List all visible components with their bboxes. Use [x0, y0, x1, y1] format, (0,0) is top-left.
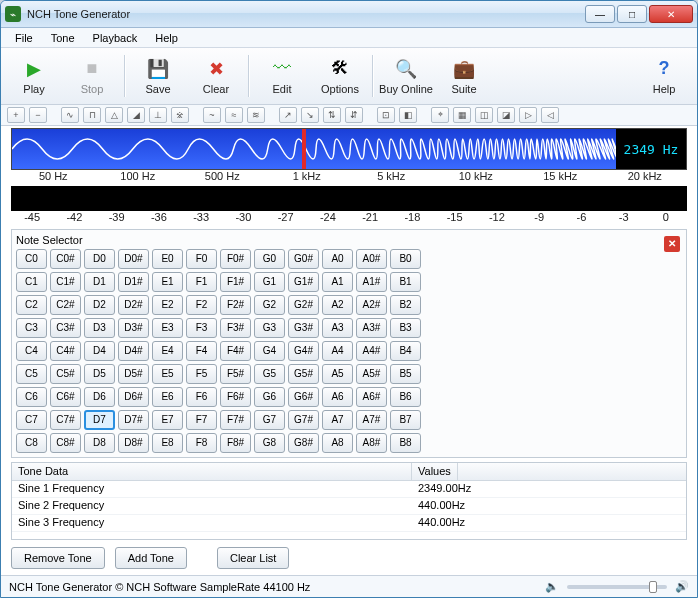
note-a2[interactable]: A2	[322, 295, 353, 315]
suite-button[interactable]: 💼Suite	[435, 50, 493, 102]
sub-remove-button[interactable]: −	[29, 107, 47, 123]
note-a1[interactable]: A1	[322, 272, 353, 292]
note-b3[interactable]: B3	[390, 318, 421, 338]
note-b2[interactable]: B2	[390, 295, 421, 315]
play-button[interactable]: ▶Play	[5, 50, 63, 102]
note-b5[interactable]: B5	[390, 364, 421, 384]
note-a6sharp[interactable]: A6#	[356, 387, 387, 407]
col-values[interactable]: Values	[412, 463, 458, 480]
note-b0[interactable]: B0	[390, 249, 421, 269]
wave-saw-button[interactable]: ◢	[127, 107, 145, 123]
note-e8[interactable]: E8	[152, 433, 183, 453]
note-a8sharp[interactable]: A8#	[356, 433, 387, 453]
note-a8[interactable]: A8	[322, 433, 353, 453]
note-g5sharp[interactable]: G5#	[288, 364, 319, 384]
volume-down-icon[interactable]: 🔈	[545, 580, 559, 593]
filter-2-button[interactable]: ≈	[225, 107, 243, 123]
note-d6sharp[interactable]: D6#	[118, 387, 149, 407]
note-d4sharp[interactable]: D4#	[118, 341, 149, 361]
note-d0[interactable]: D0	[84, 249, 115, 269]
tool-5-button[interactable]: ◫	[475, 107, 493, 123]
sweep-4-button[interactable]: ⇵	[345, 107, 363, 123]
buy-online-button[interactable]: 🔍Buy Online	[377, 50, 435, 102]
menu-playback[interactable]: Playback	[85, 30, 146, 46]
note-e5[interactable]: E5	[152, 364, 183, 384]
note-f8[interactable]: F8	[186, 433, 217, 453]
note-c7sharp[interactable]: C7#	[50, 410, 81, 430]
note-e2[interactable]: E2	[152, 295, 183, 315]
remove-tone-button[interactable]: Remove Tone	[11, 547, 105, 569]
note-c1sharp[interactable]: C1#	[50, 272, 81, 292]
maximize-button[interactable]: □	[617, 5, 647, 23]
menu-tone[interactable]: Tone	[43, 30, 83, 46]
note-a5[interactable]: A5	[322, 364, 353, 384]
note-c6[interactable]: C6	[16, 387, 47, 407]
note-c0[interactable]: C0	[16, 249, 47, 269]
note-a5sharp[interactable]: A5#	[356, 364, 387, 384]
note-e4[interactable]: E4	[152, 341, 183, 361]
wave-impulse-button[interactable]: ⊥	[149, 107, 167, 123]
tool-7-button[interactable]: ▷	[519, 107, 537, 123]
note-d3sharp[interactable]: D3#	[118, 318, 149, 338]
note-c7[interactable]: C7	[16, 410, 47, 430]
wave-tri-button[interactable]: △	[105, 107, 123, 123]
note-d2[interactable]: D2	[84, 295, 115, 315]
add-tone-button[interactable]: Add Tone	[115, 547, 187, 569]
tool-2-button[interactable]: ◧	[399, 107, 417, 123]
note-b4[interactable]: B4	[390, 341, 421, 361]
volume-thumb[interactable]	[649, 581, 657, 593]
note-d1[interactable]: D1	[84, 272, 115, 292]
note-g4sharp[interactable]: G4#	[288, 341, 319, 361]
note-c6sharp[interactable]: C6#	[50, 387, 81, 407]
note-a3sharp[interactable]: A3#	[356, 318, 387, 338]
note-g2[interactable]: G2	[254, 295, 285, 315]
note-f3[interactable]: F3	[186, 318, 217, 338]
note-f5sharp[interactable]: F5#	[220, 364, 251, 384]
note-d5sharp[interactable]: D5#	[118, 364, 149, 384]
note-g1sharp[interactable]: G1#	[288, 272, 319, 292]
edit-button[interactable]: 〰Edit	[253, 50, 311, 102]
stop-button[interactable]: ■Stop	[63, 50, 121, 102]
options-button[interactable]: 🛠Options	[311, 50, 369, 102]
note-c5sharp[interactable]: C5#	[50, 364, 81, 384]
wave-square-button[interactable]: ⊓	[83, 107, 101, 123]
help-button[interactable]: ?Help	[635, 50, 693, 102]
titlebar[interactable]: ⌁ NCH Tone Generator — □ ✕	[1, 1, 697, 28]
note-c2sharp[interactable]: C2#	[50, 295, 81, 315]
note-selector-close-button[interactable]: ✕	[664, 236, 680, 252]
note-b6[interactable]: B6	[390, 387, 421, 407]
note-b7[interactable]: B7	[390, 410, 421, 430]
filter-1-button[interactable]: ~	[203, 107, 221, 123]
tool-8-button[interactable]: ◁	[541, 107, 559, 123]
note-d1sharp[interactable]: D1#	[118, 272, 149, 292]
note-c3[interactable]: C3	[16, 318, 47, 338]
note-e7[interactable]: E7	[152, 410, 183, 430]
note-d8sharp[interactable]: D8#	[118, 433, 149, 453]
note-f1[interactable]: F1	[186, 272, 217, 292]
note-g3[interactable]: G3	[254, 318, 285, 338]
frequency-marker[interactable]	[302, 129, 306, 169]
save-button[interactable]: 💾Save	[129, 50, 187, 102]
note-c8sharp[interactable]: C8#	[50, 433, 81, 453]
note-d3[interactable]: D3	[84, 318, 115, 338]
note-d4[interactable]: D4	[84, 341, 115, 361]
note-f3sharp[interactable]: F3#	[220, 318, 251, 338]
note-g4[interactable]: G4	[254, 341, 285, 361]
close-button[interactable]: ✕	[649, 5, 693, 23]
note-d0sharp[interactable]: D0#	[118, 249, 149, 269]
note-c3sharp[interactable]: C3#	[50, 318, 81, 338]
note-g7[interactable]: G7	[254, 410, 285, 430]
note-a1sharp[interactable]: A1#	[356, 272, 387, 292]
note-a0[interactable]: A0	[322, 249, 353, 269]
note-d7[interactable]: D7	[84, 410, 115, 430]
wave-noise-button[interactable]: ※	[171, 107, 189, 123]
note-f0[interactable]: F0	[186, 249, 217, 269]
note-c4sharp[interactable]: C4#	[50, 341, 81, 361]
table-row[interactable]: Sine 1 Frequency2349.00Hz	[12, 481, 686, 498]
note-a2sharp[interactable]: A2#	[356, 295, 387, 315]
note-a6[interactable]: A6	[322, 387, 353, 407]
note-d5[interactable]: D5	[84, 364, 115, 384]
note-f0sharp[interactable]: F0#	[220, 249, 251, 269]
note-c8[interactable]: C8	[16, 433, 47, 453]
note-f2[interactable]: F2	[186, 295, 217, 315]
